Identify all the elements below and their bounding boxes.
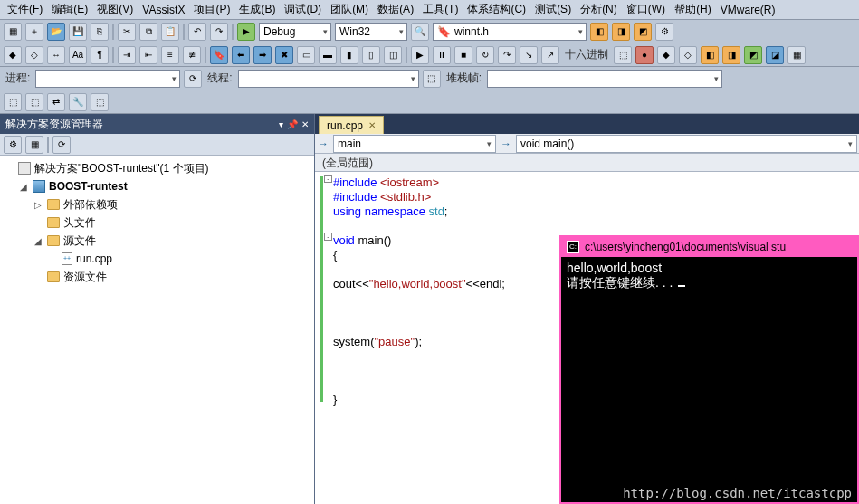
- va-btn-1[interactable]: ◆: [4, 46, 22, 64]
- misc-btn-3[interactable]: ⇄: [47, 93, 65, 111]
- find-combo[interactable]: 🔖winnt.h: [433, 23, 587, 41]
- scope-left-combo[interactable]: main: [333, 135, 496, 153]
- next-bookmark-button[interactable]: ➡: [253, 46, 272, 64]
- scope-right-combo[interactable]: void main(): [516, 135, 857, 153]
- tab-close-icon[interactable]: ✕: [368, 120, 376, 130]
- expand-icon[interactable]: ▷: [33, 200, 43, 210]
- process-refresh[interactable]: ⟳: [184, 70, 202, 88]
- scope-arrow-icon[interactable]: →: [315, 138, 331, 150]
- solution-node[interactable]: 解决方案"BOOST-runtest"(1 个项目): [4, 159, 310, 177]
- console-titlebar[interactable]: C: c:\users\yincheng01\documents\visual …: [561, 237, 857, 257]
- cut-button[interactable]: ✂: [118, 23, 136, 41]
- menu-data[interactable]: 数据(A): [374, 0, 417, 19]
- va-btn-5[interactable]: ¶: [91, 46, 109, 64]
- menu-test[interactable]: 测试(S): [531, 0, 575, 19]
- process-combo[interactable]: [35, 70, 180, 88]
- fold-icon[interactable]: -: [324, 233, 332, 241]
- thread-combo[interactable]: [238, 70, 419, 88]
- step-into-button[interactable]: ↘: [520, 46, 538, 64]
- breakpoint-button[interactable]: ●: [635, 46, 654, 64]
- menu-help[interactable]: 帮助(H): [671, 0, 715, 19]
- panel-close-icon[interactable]: ✕: [301, 119, 309, 129]
- scope-arrow-icon[interactable]: →: [498, 138, 514, 150]
- outdent-button[interactable]: ⇤: [139, 46, 157, 64]
- prev-bookmark-button[interactable]: ⬅: [232, 46, 250, 64]
- menu-tools[interactable]: 工具(T): [419, 0, 462, 19]
- config-combo[interactable]: Debug: [259, 23, 331, 41]
- menu-analyze[interactable]: 分析(N): [577, 0, 621, 19]
- stack-combo[interactable]: [487, 70, 722, 88]
- menu-build[interactable]: 生成(B): [235, 0, 279, 19]
- dbg-ext-3[interactable]: ◧: [701, 46, 719, 64]
- paste-button[interactable]: 📋: [161, 23, 179, 41]
- headers-node[interactable]: 头文件: [4, 214, 310, 232]
- dbg-ext-7[interactable]: ▦: [787, 46, 806, 64]
- solution-tree[interactable]: 解决方案"BOOST-runtest"(1 个项目) ◢ BOOST-runte…: [0, 156, 314, 504]
- menu-debug[interactable]: 调试(D): [281, 0, 325, 19]
- dbg-ext-5[interactable]: ◩: [744, 46, 762, 64]
- layout-btn-3[interactable]: ▮: [340, 46, 358, 64]
- platform-combo[interactable]: Win32: [335, 23, 407, 41]
- panel-dropdown-icon[interactable]: ▾: [279, 119, 283, 129]
- tab-run-cpp[interactable]: run.cpp ✕: [319, 116, 384, 134]
- undo-button[interactable]: ↶: [188, 23, 206, 41]
- layout-btn-4[interactable]: ▯: [362, 46, 380, 64]
- external-deps-node[interactable]: ▷ 外部依赖项: [4, 195, 310, 214]
- menu-vassistx[interactable]: VAssistX: [138, 2, 188, 18]
- redo-button[interactable]: ↷: [210, 23, 228, 41]
- va-btn-3[interactable]: ↔: [47, 46, 65, 64]
- dbg-stop-button[interactable]: ■: [454, 46, 472, 64]
- find-in-files-button[interactable]: 🔍: [411, 23, 429, 41]
- dbg-play-button[interactable]: ▶: [411, 46, 429, 64]
- save-all-button[interactable]: ⎘: [91, 23, 109, 41]
- clear-bookmarks-button[interactable]: ✖: [275, 46, 293, 64]
- console-window[interactable]: C: c:\users\yincheng01\documents\visual …: [559, 235, 859, 504]
- project-node[interactable]: ◢ BOOST-runtest: [4, 177, 310, 195]
- layout-btn-1[interactable]: ▭: [297, 46, 315, 64]
- open-button[interactable]: 📂: [47, 23, 65, 41]
- menu-team[interactable]: 团队(M): [327, 0, 372, 19]
- resources-node[interactable]: 资源文件: [4, 268, 310, 286]
- layout-btn-2[interactable]: ▬: [319, 46, 337, 64]
- dbg-ext-1[interactable]: ◆: [657, 46, 675, 64]
- add-item-button[interactable]: ＋: [25, 23, 43, 41]
- hex-toggle[interactable]: ⬚: [614, 46, 632, 64]
- collapse-icon[interactable]: ◢: [33, 236, 43, 246]
- dbg-ext-2[interactable]: ◇: [679, 46, 697, 64]
- bookmark-button[interactable]: 🔖: [210, 46, 228, 64]
- ext-btn-2[interactable]: ◨: [612, 23, 630, 41]
- dbg-ext-4[interactable]: ◨: [722, 46, 740, 64]
- menu-vmware[interactable]: VMware(R): [717, 2, 779, 18]
- menu-edit[interactable]: 编辑(E): [48, 0, 91, 19]
- ext-btn-3[interactable]: ◩: [634, 23, 652, 41]
- ext-btn-4[interactable]: ⚙: [655, 23, 673, 41]
- va-btn-4[interactable]: Aa: [69, 46, 87, 64]
- dbg-restart-button[interactable]: ↻: [476, 46, 494, 64]
- collapse-icon[interactable]: ◢: [18, 182, 29, 192]
- save-button[interactable]: 💾: [69, 23, 87, 41]
- copy-button[interactable]: ⧉: [139, 23, 157, 41]
- properties-button[interactable]: ⚙: [4, 136, 22, 154]
- menu-file[interactable]: 文件(F): [4, 0, 46, 19]
- misc-btn-2[interactable]: ⬚: [25, 93, 43, 111]
- step-out-button[interactable]: ↗: [541, 46, 559, 64]
- dbg-ext-6[interactable]: ◪: [766, 46, 784, 64]
- ext-btn-1[interactable]: ◧: [590, 23, 608, 41]
- uncomment-button[interactable]: ≢: [183, 46, 201, 64]
- misc-btn-1[interactable]: ⬚: [4, 93, 22, 111]
- start-button[interactable]: ▶: [237, 23, 255, 41]
- indent-button[interactable]: ⇥: [118, 46, 136, 64]
- menu-view[interactable]: 视图(V): [93, 0, 137, 19]
- misc-btn-5[interactable]: ⬚: [91, 93, 109, 111]
- new-project-button[interactable]: ▦: [4, 23, 22, 41]
- step-over-button[interactable]: ↷: [498, 46, 516, 64]
- refresh-button[interactable]: ⟳: [52, 136, 71, 154]
- menu-project[interactable]: 项目(P): [190, 0, 234, 19]
- show-all-button[interactable]: ▦: [25, 136, 43, 154]
- dbg-pause-button[interactable]: ⏸: [433, 46, 451, 64]
- menu-window[interactable]: 窗口(W): [623, 0, 669, 19]
- comment-button[interactable]: ≡: [161, 46, 179, 64]
- va-btn-2[interactable]: ◇: [25, 46, 43, 64]
- thread-btn[interactable]: ⬚: [423, 70, 441, 88]
- sources-node[interactable]: ◢ 源文件: [4, 232, 310, 250]
